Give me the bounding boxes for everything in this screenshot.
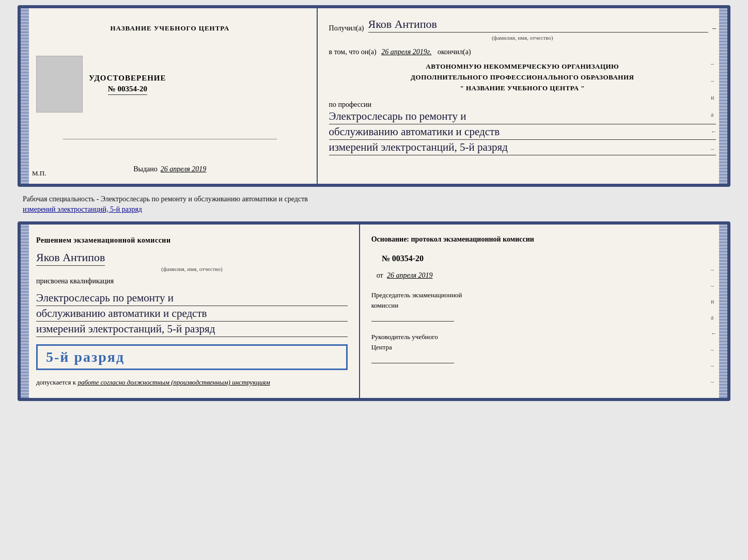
protocol-date-prefix: от <box>377 271 383 279</box>
top-booklet-right: Получил(а) Яков Антипов – (фамилия, имя,… <box>318 8 727 184</box>
chairman-line2: комиссии <box>371 300 716 311</box>
admitted-row: допускается к работе согласно должностны… <box>36 377 348 388</box>
profession-line3: измерений электростанций, 5-й разряд <box>329 141 716 155</box>
profession-line2: обслуживанию автоматики и средств <box>329 125 716 140</box>
profession-label: по профессии <box>329 101 716 109</box>
bottom-booklet-right: Основание: протокол экзаменационной коми… <box>360 225 727 398</box>
grade-badge: 5-й разряд <box>36 344 348 370</box>
qualification-label: присвоена квалификация <box>36 277 348 285</box>
decision-name-block: Яков Антипов (фамилия, имя, отчество) <box>36 251 348 272</box>
basis-title: Основание: протокол экзаменационной коми… <box>371 234 716 245</box>
director-block: Руководитель учебного Центра <box>371 332 716 363</box>
qual-line2: обслуживанию автоматики и средств <box>36 307 348 322</box>
admitted-italic: работе согласно должностным (производств… <box>77 378 270 386</box>
certifies-row: в том, что он(а) 26 апреля 2019г. окончи… <box>329 48 716 56</box>
center-name-top: НАЗВАНИЕ УЧЕБНОГО ЦЕНТРА <box>111 24 230 33</box>
protocol-number: № 00354-20 <box>382 254 716 263</box>
bottom-spine-right <box>719 225 727 398</box>
profession-block: по профессии Электрослесарь по ремонту и… <box>329 99 716 155</box>
bottom-spine-left <box>21 225 29 398</box>
profession-line1: Электрослесарь по ремонту и <box>329 110 716 124</box>
director-line2: Центра <box>371 342 716 353</box>
side-marks-top: – – и а ← – <box>711 60 717 153</box>
decision-name: Яков Антипов <box>36 251 105 266</box>
director-signature <box>371 354 454 363</box>
recipient-sub: (фамилия, имя, отчество) <box>329 35 716 41</box>
top-booklet-left: НАЗВАНИЕ УЧЕБНОГО ЦЕНТРА УДОСТОВЕРЕНИЕ №… <box>21 8 318 184</box>
org-line1: АВТОНОМНУЮ НЕКОММЕРЧЕСКУЮ ОРГАНИЗАЦИЮ <box>329 61 716 72</box>
top-booklet: НАЗВАНИЕ УЧЕБНОГО ЦЕНТРА УДОСТОВЕРЕНИЕ №… <box>18 5 730 187</box>
bottom-booklet-left: Решением экзаменационной комиссии Яков А… <box>21 225 360 398</box>
qual-line3: измерений электростанций, 5-й разряд <box>36 323 348 337</box>
decision-title: Решением экзаменационной комиссии <box>36 235 348 246</box>
issued-date: 26 апреля 2019 <box>161 165 206 173</box>
decision-name-sub: (фамилия, имя, отчество) <box>36 266 348 272</box>
middle-line1: Рабочая специальность - Электрослесарь п… <box>23 195 308 203</box>
document-wrapper: НАЗВАНИЕ УЧЕБНОГО ЦЕНТРА УДОСТОВЕРЕНИЕ №… <box>18 5 730 401</box>
issued-label: Выдано <box>133 165 158 173</box>
dash1: – <box>712 24 716 33</box>
chairman-line1: Председатель экзаменационной <box>371 290 716 300</box>
mp-text: М.П. <box>32 169 46 178</box>
admitted-text: допускается к <box>36 378 76 386</box>
org-block: АВТОНОМНУЮ НЕКОММЕРЧЕСКУЮ ОРГАНИЗАЦИЮ ДО… <box>329 61 716 93</box>
middle-text-block: Рабочая специальность - Электрослесарь п… <box>18 191 730 217</box>
certifies-prefix: в том, что он(а) <box>329 48 377 56</box>
recipient-label: Получил(а) <box>329 24 364 33</box>
protocol-date-val: 26 апреля 2019 <box>387 271 432 279</box>
org-line2: ДОПОЛНИТЕЛЬНОГО ПРОФЕССИОНАЛЬНОГО ОБРАЗО… <box>329 72 716 83</box>
cert-title: УДОСТОВЕРЕНИЕ <box>89 74 166 83</box>
middle-line2: измерений электростанций, 5-й разряд <box>23 205 142 213</box>
director-line1: Руководитель учебного <box>371 332 716 342</box>
chairman-signature <box>371 312 454 322</box>
org-line3: " НАЗВАНИЕ УЧЕБНОГО ЦЕНТРА " <box>329 83 716 94</box>
photo-placeholder <box>36 56 83 113</box>
qual-line1: Электрослесарь по ремонту и <box>36 292 348 306</box>
protocol-date-row: от 26 апреля 2019 <box>377 271 716 280</box>
cert-number: № 00354-20 <box>108 85 147 95</box>
qualification-value-block: Электрослесарь по ремонту и обслуживанию… <box>36 291 348 337</box>
certifies-date: 26 апреля 2019г. <box>381 48 431 56</box>
issued-row: Выдано 26 апреля 2019 <box>133 165 206 173</box>
cert-block: УДОСТОВЕРЕНИЕ № 00354-20 <box>89 74 166 95</box>
spine-right <box>719 8 727 184</box>
recipient-row: Получил(а) Яков Антипов – <box>329 18 716 33</box>
recipient-name: Яков Антипов <box>368 18 708 33</box>
bottom-booklet: Решением экзаменационной комиссии Яков А… <box>18 221 730 401</box>
chairman-block: Председатель экзаменационной комиссии <box>371 290 716 322</box>
spine-left <box>21 8 29 184</box>
side-marks-bottom-right: – – и а ← – – – <box>711 266 717 386</box>
certifies-suffix: окончил(а) <box>438 48 471 56</box>
